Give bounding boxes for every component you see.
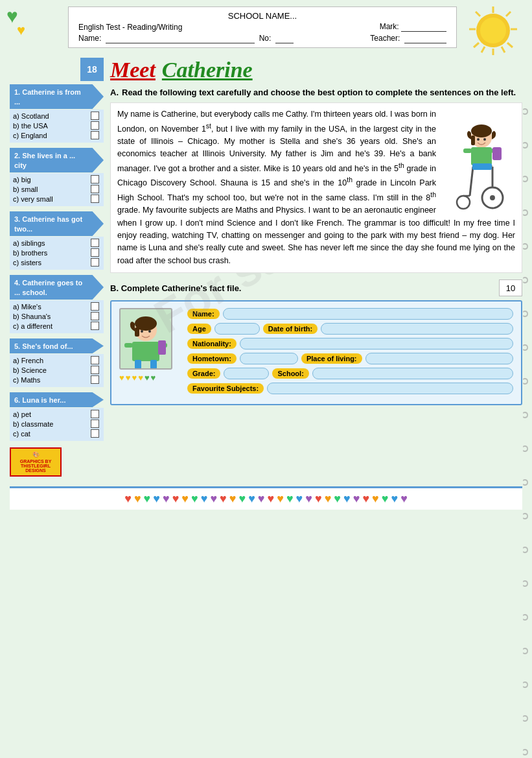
input-subjects[interactable]: [267, 383, 513, 394]
question-3-options: a) siblings b) brothers c) sisters: [10, 237, 104, 270]
option-q5a[interactable]: a) French: [13, 356, 99, 364]
field-grade-school-row: Grade: School:: [187, 368, 513, 379]
svg-line-17: [470, 167, 473, 196]
question-4-box: 4. Catherine goes to ... school.: [10, 275, 104, 300]
svg-rect-28: [472, 163, 492, 170]
checkbox-q5c[interactable]: [91, 375, 99, 384]
question-6-box: 6. Luna is her...: [10, 392, 104, 407]
score-badge-18: 18: [80, 58, 104, 81]
option-q6c[interactable]: c) cat: [13, 429, 99, 438]
question-1-options: a) Scotland b) the USA c) England: [10, 110, 104, 143]
checkbox-q1c[interactable]: [91, 131, 99, 139]
input-name[interactable]: [223, 308, 513, 320]
label-school: School:: [272, 368, 308, 379]
section-b-header: B. Complete Catherine's fact file. 10: [110, 279, 522, 296]
question-1-box: 1. Catherine is from ...: [10, 84, 104, 109]
bottom-hearts-row: ♥ ♥ ♥ ♥ ♥ ♥ ♥ ♥ ♥ ♥ ♥ ♥ ♥ ♥ ♥ ♥ ♥ ♥ ♥ ♥ …: [10, 486, 522, 510]
fact-file-avatar-svg: [121, 309, 171, 369]
checkbox-q2a[interactable]: [91, 175, 99, 184]
option-q1a[interactable]: a) Scotland: [13, 112, 99, 120]
input-nationality[interactable]: [240, 338, 513, 349]
option-q5b[interactable]: b) Science: [13, 366, 99, 374]
input-hometown[interactable]: [240, 353, 298, 364]
field-nationality-row: Nationality:: [187, 338, 513, 349]
label-subjects: Favourite Subjects:: [187, 383, 264, 394]
title-catherine: Catherine: [162, 58, 253, 82]
fact-file: ♥ ♥ ♥ ♥ ♥ ♥ Name:: [110, 300, 522, 405]
option-q5c[interactable]: c) Maths: [13, 375, 99, 384]
option-q2b[interactable]: b) small: [13, 185, 99, 193]
question-2-box: 2. She lives in a ... city: [10, 148, 104, 172]
checkbox-q3c[interactable]: [91, 258, 99, 266]
input-age[interactable]: [214, 323, 260, 335]
fact-file-fields: Name: Age Date of birth:: [187, 308, 513, 397]
svg-rect-32: [124, 343, 133, 348]
option-q1b[interactable]: b) the USA: [13, 121, 99, 130]
checkbox-q6c[interactable]: [91, 429, 99, 438]
right-curls-decoration: ↄ ↄ ↄ ↄ ↄ ↄ ↄ ↄ ↄ ↄ ↄ ↄ ↄ ↄ ↄ ↄ ↄ ↄ ↄ ↄ …: [522, 104, 529, 758]
checkbox-q2c[interactable]: [91, 195, 99, 203]
question-3-box: 3. Catherine has got two...: [10, 211, 104, 236]
checkbox-q3a[interactable]: [91, 239, 99, 247]
checkbox-q1a[interactable]: [91, 112, 99, 120]
svg-rect-34: [158, 340, 166, 355]
svg-line-3: [507, 43, 513, 47]
teacher-field: Teacher:: [370, 34, 446, 43]
header-section: SCHOOL NAME... English Test - Reading/Wr…: [68, 6, 457, 48]
option-q4b[interactable]: b) Shauna's: [13, 312, 99, 320]
school-name: SCHOOL NAME...: [78, 11, 446, 21]
label-dob: Date of birth:: [263, 324, 318, 334]
label-grade: Grade:: [187, 368, 220, 379]
score-badge-10: 10: [499, 279, 522, 296]
option-q6a[interactable]: a) pet: [13, 410, 99, 418]
option-q2a[interactable]: a) big: [13, 175, 99, 184]
option-q2c[interactable]: c) very small: [13, 195, 99, 203]
checkbox-q3b[interactable]: [91, 248, 99, 257]
question-2-options: a) big b) small c) very small: [10, 173, 104, 206]
checkbox-q5a[interactable]: [91, 356, 99, 364]
option-q4c[interactable]: c) a different: [13, 322, 99, 330]
question-6-options: a) pet b) classmate c) cat: [10, 408, 104, 441]
option-q1c[interactable]: c) England: [13, 131, 99, 139]
checkbox-q4a[interactable]: [91, 302, 99, 311]
svg-rect-24: [471, 147, 492, 165]
svg-point-41: [148, 330, 151, 333]
label-age: Age: [187, 324, 211, 334]
section-b: B. Complete Catherine's fact file. 10: [110, 279, 522, 405]
checkbox-q5b[interactable]: [91, 366, 99, 374]
option-q3b[interactable]: b) brothers: [13, 248, 99, 257]
field-subjects-row: Favourite Subjects:: [187, 383, 513, 394]
right-main-area: Meet Catherine A. Read the following tex…: [110, 58, 522, 477]
input-living[interactable]: [365, 353, 513, 364]
field-name-row: Name:: [187, 308, 513, 320]
input-grade[interactable]: [224, 368, 269, 379]
svg-point-40: [141, 330, 143, 333]
checkbox-q2b[interactable]: [91, 185, 99, 193]
fact-file-avatar-column: ♥ ♥ ♥ ♥ ♥ ♥: [119, 308, 181, 397]
option-q3a[interactable]: a) siblings: [13, 239, 99, 247]
reading-text: My name is Catherine, but everybody call…: [110, 102, 522, 273]
svg-point-13: [490, 195, 495, 200]
svg-rect-25: [463, 148, 472, 153]
label-living: Place of living:: [301, 353, 362, 364]
input-school[interactable]: [312, 368, 513, 379]
option-q6b[interactable]: b) classmate: [13, 420, 99, 428]
section-a-label: A.: [110, 88, 119, 97]
mark-section: Mark:: [380, 22, 446, 32]
sun-decoration: [464, 3, 522, 64]
checkbox-q4c[interactable]: [91, 322, 99, 330]
section-b-title: Complete Catherine's fact file.: [121, 283, 242, 293]
checkbox-q1b[interactable]: [91, 121, 99, 130]
hearts-top-left: ♥ ♥: [6, 6, 25, 38]
field-hometown-living-row: Hometown: Place of living:: [187, 353, 513, 364]
svg-line-4: [476, 12, 480, 16]
option-q4a[interactable]: a) Mike's: [13, 302, 99, 311]
input-dob[interactable]: [321, 323, 513, 335]
checkbox-q4b[interactable]: [91, 312, 99, 320]
page-title: Meet Catherine: [110, 58, 522, 82]
option-q3c[interactable]: c) sisters: [13, 258, 99, 266]
section-a-instruction: Read the following text carefully and ch…: [122, 88, 516, 97]
svg-line-6: [474, 43, 479, 47]
checkbox-q6b[interactable]: [91, 420, 99, 428]
checkbox-q6a[interactable]: [91, 410, 99, 418]
